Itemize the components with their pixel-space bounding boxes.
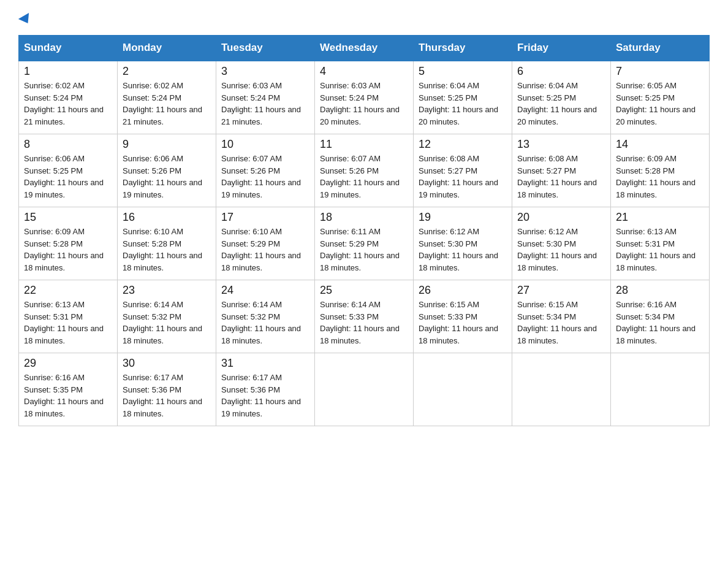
day-number: 8 bbox=[24, 138, 112, 151]
calendar-cell bbox=[414, 353, 512, 426]
logo bbox=[18, 12, 32, 24]
header-wednesday: Wednesday bbox=[315, 36, 414, 61]
day-number: 5 bbox=[419, 65, 507, 78]
calendar-cell: 6 Sunrise: 6:04 AMSunset: 5:25 PMDayligh… bbox=[512, 61, 611, 134]
calendar-cell: 27 Sunrise: 6:15 AMSunset: 5:34 PMDaylig… bbox=[512, 280, 611, 353]
day-info: Sunrise: 6:14 AMSunset: 5:32 PMDaylight:… bbox=[123, 299, 211, 347]
day-info: Sunrise: 6:17 AMSunset: 5:36 PMDaylight:… bbox=[221, 372, 309, 419]
day-number: 13 bbox=[517, 138, 605, 151]
day-info: Sunrise: 6:13 AMSunset: 5:31 PMDaylight:… bbox=[24, 299, 112, 347]
day-info: Sunrise: 6:15 AMSunset: 5:33 PMDaylight:… bbox=[419, 299, 507, 347]
day-info: Sunrise: 6:06 AMSunset: 5:26 PMDaylight:… bbox=[123, 153, 211, 201]
day-info: Sunrise: 6:06 AMSunset: 5:25 PMDaylight:… bbox=[24, 153, 112, 201]
day-number: 18 bbox=[320, 211, 408, 224]
calendar-cell: 26 Sunrise: 6:15 AMSunset: 5:33 PMDaylig… bbox=[414, 280, 512, 353]
calendar-week-row: 1 Sunrise: 6:02 AMSunset: 5:24 PMDayligh… bbox=[19, 61, 710, 134]
day-info: Sunrise: 6:05 AMSunset: 5:25 PMDaylight:… bbox=[616, 80, 704, 128]
day-number: 16 bbox=[123, 211, 211, 224]
day-number: 11 bbox=[320, 138, 408, 151]
day-number: 20 bbox=[517, 211, 605, 224]
day-info: Sunrise: 6:10 AMSunset: 5:29 PMDaylight:… bbox=[221, 226, 309, 274]
day-number: 4 bbox=[320, 65, 408, 78]
day-info: Sunrise: 6:04 AMSunset: 5:25 PMDaylight:… bbox=[517, 80, 605, 128]
day-info: Sunrise: 6:16 AMSunset: 5:34 PMDaylight:… bbox=[616, 299, 704, 347]
header-tuesday: Tuesday bbox=[216, 36, 315, 61]
calendar-cell bbox=[315, 353, 414, 426]
day-info: Sunrise: 6:07 AMSunset: 5:26 PMDaylight:… bbox=[320, 153, 408, 201]
day-number: 12 bbox=[419, 138, 507, 151]
calendar-cell: 28 Sunrise: 6:16 AMSunset: 5:34 PMDaylig… bbox=[611, 280, 710, 353]
day-info: Sunrise: 6:12 AMSunset: 5:30 PMDaylight:… bbox=[419, 226, 507, 274]
calendar-cell: 10 Sunrise: 6:07 AMSunset: 5:26 PMDaylig… bbox=[216, 134, 315, 207]
calendar-cell: 14 Sunrise: 6:09 AMSunset: 5:28 PMDaylig… bbox=[611, 134, 710, 207]
header-friday: Friday bbox=[512, 36, 611, 61]
day-number: 6 bbox=[517, 65, 605, 78]
page-header bbox=[18, 12, 710, 24]
day-number: 27 bbox=[517, 284, 605, 297]
day-info: Sunrise: 6:03 AMSunset: 5:24 PMDaylight:… bbox=[221, 80, 309, 128]
calendar-cell: 15 Sunrise: 6:09 AMSunset: 5:28 PMDaylig… bbox=[19, 207, 118, 280]
calendar-week-row: 15 Sunrise: 6:09 AMSunset: 5:28 PMDaylig… bbox=[19, 207, 710, 280]
calendar-cell: 17 Sunrise: 6:10 AMSunset: 5:29 PMDaylig… bbox=[216, 207, 315, 280]
day-number: 26 bbox=[419, 284, 507, 297]
day-info: Sunrise: 6:04 AMSunset: 5:25 PMDaylight:… bbox=[419, 80, 507, 128]
calendar-cell: 4 Sunrise: 6:03 AMSunset: 5:24 PMDayligh… bbox=[315, 61, 414, 134]
day-number: 15 bbox=[24, 211, 112, 224]
calendar-cell: 11 Sunrise: 6:07 AMSunset: 5:26 PMDaylig… bbox=[315, 134, 414, 207]
day-info: Sunrise: 6:17 AMSunset: 5:36 PMDaylight:… bbox=[123, 372, 211, 419]
calendar-cell: 21 Sunrise: 6:13 AMSunset: 5:31 PMDaylig… bbox=[611, 207, 710, 280]
calendar-cell: 13 Sunrise: 6:08 AMSunset: 5:27 PMDaylig… bbox=[512, 134, 611, 207]
calendar-cell: 25 Sunrise: 6:14 AMSunset: 5:33 PMDaylig… bbox=[315, 280, 414, 353]
day-number: 14 bbox=[616, 138, 704, 151]
day-info: Sunrise: 6:14 AMSunset: 5:32 PMDaylight:… bbox=[221, 299, 309, 347]
day-number: 7 bbox=[616, 65, 704, 78]
day-number: 19 bbox=[419, 211, 507, 224]
day-info: Sunrise: 6:16 AMSunset: 5:35 PMDaylight:… bbox=[24, 372, 112, 419]
day-info: Sunrise: 6:12 AMSunset: 5:30 PMDaylight:… bbox=[517, 226, 605, 274]
day-info: Sunrise: 6:08 AMSunset: 5:27 PMDaylight:… bbox=[419, 153, 507, 201]
calendar-cell: 31 Sunrise: 6:17 AMSunset: 5:36 PMDaylig… bbox=[216, 353, 315, 426]
calendar-header-row: SundayMondayTuesdayWednesdayThursdayFrid… bbox=[19, 36, 710, 61]
header-monday: Monday bbox=[118, 36, 216, 61]
day-number: 21 bbox=[616, 211, 704, 224]
calendar-cell: 5 Sunrise: 6:04 AMSunset: 5:25 PMDayligh… bbox=[414, 61, 512, 134]
calendar-cell: 16 Sunrise: 6:10 AMSunset: 5:28 PMDaylig… bbox=[118, 207, 216, 280]
calendar-cell: 19 Sunrise: 6:12 AMSunset: 5:30 PMDaylig… bbox=[414, 207, 512, 280]
calendar-week-row: 22 Sunrise: 6:13 AMSunset: 5:31 PMDaylig… bbox=[19, 280, 710, 353]
calendar-cell: 18 Sunrise: 6:11 AMSunset: 5:29 PMDaylig… bbox=[315, 207, 414, 280]
day-number: 31 bbox=[221, 357, 309, 370]
day-number: 25 bbox=[320, 284, 408, 297]
day-number: 10 bbox=[221, 138, 309, 151]
day-info: Sunrise: 6:10 AMSunset: 5:28 PMDaylight:… bbox=[123, 226, 211, 274]
calendar-cell: 20 Sunrise: 6:12 AMSunset: 5:30 PMDaylig… bbox=[512, 207, 611, 280]
day-info: Sunrise: 6:02 AMSunset: 5:24 PMDaylight:… bbox=[123, 80, 211, 128]
header-sunday: Sunday bbox=[19, 36, 118, 61]
calendar-cell: 24 Sunrise: 6:14 AMSunset: 5:32 PMDaylig… bbox=[216, 280, 315, 353]
day-info: Sunrise: 6:03 AMSunset: 5:24 PMDaylight:… bbox=[320, 80, 408, 128]
calendar-cell: 22 Sunrise: 6:13 AMSunset: 5:31 PMDaylig… bbox=[19, 280, 118, 353]
day-number: 30 bbox=[123, 357, 211, 370]
calendar-cell bbox=[512, 353, 611, 426]
calendar-cell: 23 Sunrise: 6:14 AMSunset: 5:32 PMDaylig… bbox=[118, 280, 216, 353]
calendar-cell: 1 Sunrise: 6:02 AMSunset: 5:24 PMDayligh… bbox=[19, 61, 118, 134]
day-info: Sunrise: 6:07 AMSunset: 5:26 PMDaylight:… bbox=[221, 153, 309, 201]
header-thursday: Thursday bbox=[414, 36, 512, 61]
day-number: 9 bbox=[123, 138, 211, 151]
calendar-cell: 30 Sunrise: 6:17 AMSunset: 5:36 PMDaylig… bbox=[118, 353, 216, 426]
calendar-cell: 12 Sunrise: 6:08 AMSunset: 5:27 PMDaylig… bbox=[414, 134, 512, 207]
calendar-cell: 29 Sunrise: 6:16 AMSunset: 5:35 PMDaylig… bbox=[19, 353, 118, 426]
calendar-cell: 3 Sunrise: 6:03 AMSunset: 5:24 PMDayligh… bbox=[216, 61, 315, 134]
day-number: 2 bbox=[123, 65, 211, 78]
calendar-table: SundayMondayTuesdayWednesdayThursdayFrid… bbox=[18, 35, 710, 426]
calendar-cell: 9 Sunrise: 6:06 AMSunset: 5:26 PMDayligh… bbox=[118, 134, 216, 207]
calendar-cell bbox=[611, 353, 710, 426]
day-number: 29 bbox=[24, 357, 112, 370]
day-number: 17 bbox=[221, 211, 309, 224]
day-number: 28 bbox=[616, 284, 704, 297]
day-info: Sunrise: 6:08 AMSunset: 5:27 PMDaylight:… bbox=[517, 153, 605, 201]
day-number: 23 bbox=[123, 284, 211, 297]
logo-arrow-icon bbox=[18, 13, 33, 26]
header-saturday: Saturday bbox=[611, 36, 710, 61]
day-info: Sunrise: 6:11 AMSunset: 5:29 PMDaylight:… bbox=[320, 226, 408, 274]
day-info: Sunrise: 6:02 AMSunset: 5:24 PMDaylight:… bbox=[24, 80, 112, 128]
